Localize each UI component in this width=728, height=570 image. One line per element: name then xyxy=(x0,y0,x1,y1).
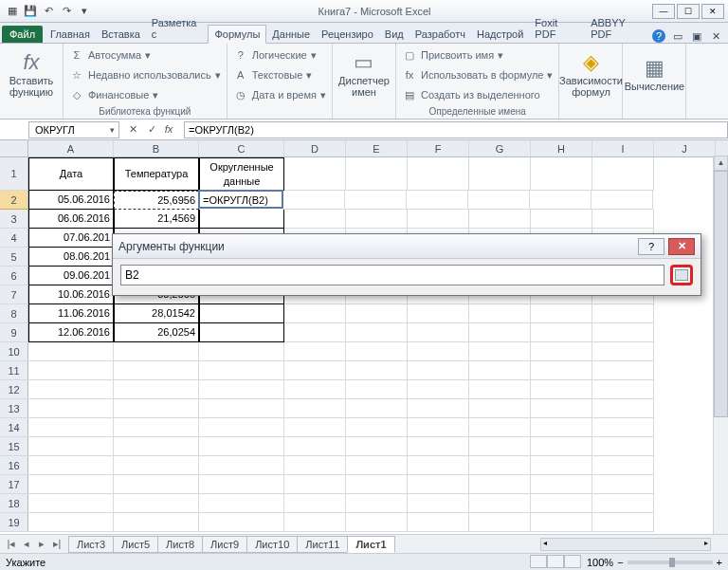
cell-a8[interactable]: 11.06.2016 xyxy=(28,304,114,323)
sheet-nav-next-icon[interactable]: ▸ xyxy=(34,538,49,550)
cell[interactable] xyxy=(531,323,592,342)
cell-c8[interactable] xyxy=(199,304,284,323)
cell[interactable] xyxy=(592,342,654,361)
name-manager-button[interactable]: ▭ Диспетчер имен xyxy=(338,46,390,102)
cell[interactable] xyxy=(469,494,531,513)
file-tab[interactable]: Файл xyxy=(2,26,43,43)
autosum-button[interactable]: ΣАвтосумма ▾ xyxy=(69,46,221,64)
cell[interactable] xyxy=(592,456,654,475)
zoom-in-icon[interactable]: + xyxy=(717,557,722,568)
colhdr-a[interactable]: A xyxy=(28,140,114,156)
colhdr-g[interactable]: G xyxy=(469,140,531,156)
sheet-tab[interactable]: Лист9 xyxy=(202,536,247,553)
rowhdr[interactable]: 12 xyxy=(0,380,28,399)
cell[interactable] xyxy=(592,418,654,437)
cell[interactable] xyxy=(346,418,408,437)
zoom-slider[interactable] xyxy=(628,561,713,564)
scroll-up-icon[interactable]: ▲ xyxy=(714,156,728,171)
colhdr-i[interactable]: I xyxy=(592,140,654,156)
cell[interactable] xyxy=(592,380,654,399)
rowhdr[interactable]: 15 xyxy=(0,437,28,456)
cell[interactable] xyxy=(284,380,346,399)
cell[interactable] xyxy=(346,456,408,475)
cell[interactable] xyxy=(592,210,654,229)
define-name-button[interactable]: ▢Присвоить имя ▾ xyxy=(402,46,554,64)
cell[interactable] xyxy=(468,191,530,210)
zoom-out-icon[interactable]: − xyxy=(617,557,623,568)
ribbon-close-icon[interactable]: ✕ xyxy=(709,29,722,43)
cell[interactable] xyxy=(114,456,199,475)
view-switcher[interactable] xyxy=(530,555,581,570)
cell[interactable] xyxy=(469,323,531,342)
cell[interactable] xyxy=(408,399,469,418)
cell[interactable] xyxy=(408,437,469,456)
cell[interactable] xyxy=(408,456,469,475)
cell[interactable] xyxy=(284,323,346,342)
cancel-formula-icon[interactable]: ✕ xyxy=(125,123,140,136)
sheet-tab[interactable]: Лист11 xyxy=(297,536,348,553)
tab-addins[interactable]: Надстрой xyxy=(471,26,529,43)
text-button[interactable]: AТекстовые ▾ xyxy=(233,65,326,84)
tab-layout[interactable]: Разметка с xyxy=(146,14,209,43)
formula-input[interactable]: =ОКРУГЛ(B2) xyxy=(184,121,728,138)
cell-a9[interactable]: 12.06.2016 xyxy=(28,323,114,342)
cell[interactable] xyxy=(531,475,592,494)
cell[interactable] xyxy=(592,361,654,380)
cell[interactable] xyxy=(284,456,346,475)
cell[interactable] xyxy=(530,191,592,210)
cell[interactable] xyxy=(469,380,531,399)
cell[interactable] xyxy=(199,513,284,532)
ribbon-min-icon[interactable]: ▭ xyxy=(671,29,684,43)
financial-button[interactable]: ◇Финансовые ▾ xyxy=(69,85,221,104)
cell[interactable] xyxy=(28,399,114,418)
minimize-button[interactable]: — xyxy=(652,4,675,19)
cell[interactable] xyxy=(469,418,531,437)
cell[interactable] xyxy=(469,157,531,191)
cell-a4[interactable]: 07.06.201 xyxy=(28,229,114,248)
cell[interactable] xyxy=(346,157,408,191)
from-selection-button[interactable]: ▤Создать из выделенного xyxy=(402,85,554,104)
cell-c3[interactable] xyxy=(199,210,284,229)
rowhdr[interactable]: 1 xyxy=(0,157,28,191)
cell[interactable] xyxy=(592,513,654,532)
colhdr-e[interactable]: E xyxy=(346,140,408,156)
cell-b1[interactable]: Температура xyxy=(114,157,199,191)
cell[interactable] xyxy=(114,475,199,494)
cell[interactable] xyxy=(114,361,199,380)
tab-insert[interactable]: Вставка xyxy=(96,26,146,43)
cell-a3[interactable]: 06.06.2016 xyxy=(28,210,114,229)
cell[interactable] xyxy=(592,191,653,210)
cell-b2[interactable]: 25,6956 xyxy=(114,191,199,210)
rowhdr[interactable]: 16 xyxy=(0,456,28,475)
rowhdr[interactable]: 19 xyxy=(0,513,28,532)
cell[interactable] xyxy=(346,437,408,456)
recent-fns-button[interactable]: ☆Недавно использовались ▾ xyxy=(69,65,221,84)
cell[interactable] xyxy=(28,361,114,380)
cell[interactable] xyxy=(531,157,592,191)
rowhdr[interactable]: 18 xyxy=(0,494,28,513)
cell[interactable] xyxy=(114,494,199,513)
colhdr-f[interactable]: F xyxy=(408,140,469,156)
cell[interactable] xyxy=(28,456,114,475)
cell[interactable] xyxy=(284,157,346,191)
use-formula-button[interactable]: fxИспользовать в формуле ▾ xyxy=(402,65,554,84)
cell[interactable] xyxy=(531,513,592,532)
cell[interactable] xyxy=(199,361,284,380)
cell[interactable] xyxy=(531,342,592,361)
cell[interactable] xyxy=(114,380,199,399)
colhdr-c[interactable]: C xyxy=(199,140,284,156)
save-icon[interactable]: 💾 xyxy=(22,3,39,20)
cell[interactable] xyxy=(284,494,346,513)
cell[interactable] xyxy=(346,210,408,229)
cell-c9[interactable] xyxy=(199,323,284,342)
sheet-tab[interactable]: Лист10 xyxy=(246,536,298,553)
cell[interactable] xyxy=(284,399,346,418)
datetime-button[interactable]: ◷Дата и время ▾ xyxy=(233,85,326,104)
cell[interactable] xyxy=(531,210,592,229)
cell[interactable] xyxy=(469,437,531,456)
cell[interactable] xyxy=(199,437,284,456)
sheet-nav-last-icon[interactable]: ▸| xyxy=(49,538,64,550)
cell[interactable] xyxy=(199,399,284,418)
maximize-button[interactable]: ☐ xyxy=(677,4,700,19)
cell[interactable] xyxy=(346,361,408,380)
